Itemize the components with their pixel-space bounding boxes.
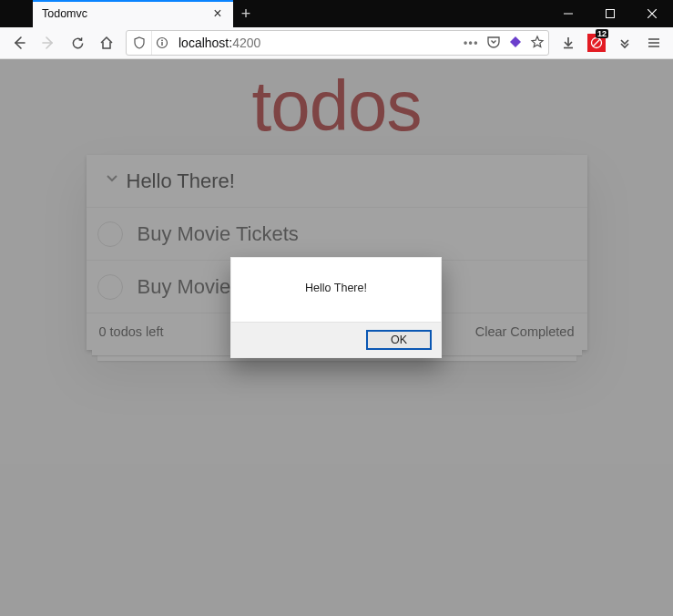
window-controls [547,0,673,27]
svg-point-2 [161,39,163,41]
overflow-button[interactable] [611,29,638,56]
alert-ok-button[interactable]: OK [366,330,432,350]
urlbar-actions: ••• [464,35,548,52]
close-window-button[interactable] [631,0,673,27]
ext-icon[interactable] [505,35,526,52]
new-tab-button[interactable]: + [233,0,259,27]
minimize-button[interactable] [547,0,589,27]
address-bar[interactable]: localhost:4200 ••• [126,30,549,56]
noscript-extension-button[interactable]: 12 [584,29,609,56]
reload-button[interactable] [64,29,91,56]
alert-message: Hello There! [231,258,441,322]
tab-title: Todomvc [42,7,209,20]
alert-dialog: Hello There! OK [230,257,442,358]
url-text: localhost:4200 [175,36,464,50]
page-viewport: todos Buy Movie Tickets Buy Movie Ticket… [0,59,673,616]
nav-toolbar: localhost:4200 ••• [0,27,673,59]
forward-button[interactable] [35,29,62,56]
svg-rect-0 [607,10,615,18]
alert-button-bar: OK [231,322,441,357]
active-tab-indicator [33,0,233,2]
shield-icon[interactable] [127,31,152,55]
close-tab-icon[interactable]: × [209,5,226,22]
svg-rect-3 [161,42,162,46]
tab-strip: Todomvc × + [0,0,673,27]
downloads-button[interactable] [555,29,582,56]
bookmark-star-icon[interactable] [526,35,548,52]
hamburger-menu-button[interactable] [640,29,668,56]
back-button[interactable] [5,29,33,56]
badge-count: 12 [596,29,608,38]
info-icon[interactable] [149,31,175,55]
browser-window: Todomvc × + [0,0,673,616]
browser-tab[interactable]: Todomvc × [33,0,233,27]
maximize-button[interactable] [589,0,631,27]
page-actions-icon[interactable]: ••• [464,36,479,49]
home-button[interactable] [93,29,120,56]
pocket-icon[interactable] [483,35,505,52]
